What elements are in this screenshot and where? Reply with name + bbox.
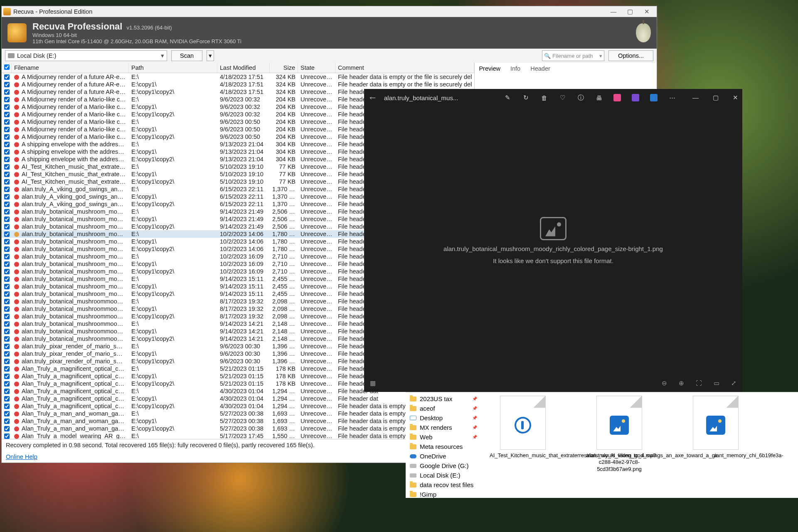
sidebar-item[interactable]: aceof📌 <box>406 404 481 413</box>
row-checkbox[interactable] <box>4 209 10 215</box>
col-comment[interactable]: Comment <box>335 63 474 73</box>
scan-button[interactable]: Scan <box>171 50 202 61</box>
table-row[interactable]: Alan_Truly_a_man_and_woman_gaze_with_won… <box>2 417 474 425</box>
app-onenote-icon[interactable] <box>632 94 639 101</box>
select-all-checkbox[interactable] <box>4 64 10 70</box>
table-row[interactable]: Alan_Truly_a_magnificent_optical_compute… <box>2 395 474 402</box>
row-checkbox[interactable] <box>4 156 10 163</box>
sidebar-item[interactable]: 2023US tax📌 <box>406 394 481 404</box>
sidebar-item[interactable]: Web📌 <box>406 432 481 442</box>
row-checkbox[interactable] <box>4 276 10 282</box>
back-button[interactable]: 🡐 <box>368 94 377 101</box>
tab-info[interactable]: Info <box>510 65 520 72</box>
more-icon[interactable]: ⋯ <box>668 94 676 101</box>
row-checkbox[interactable] <box>4 149 10 155</box>
row-checkbox[interactable] <box>4 283 10 290</box>
col-filename[interactable]: Filename <box>12 63 129 73</box>
row-checkbox[interactable] <box>4 396 10 402</box>
table-row[interactable]: Alan_Truly_a_model_wearing_AR_glasses_on… <box>2 432 474 439</box>
row-checkbox[interactable] <box>4 321 10 327</box>
scan-dropdown-button[interactable]: ▾ <box>207 50 214 61</box>
drive-select[interactable]: Local Disk (E:) ▾ <box>5 50 167 61</box>
row-checkbox[interactable] <box>4 141 10 148</box>
sidebar-item[interactable]: !Gimp <box>406 490 481 499</box>
zoom-in-icon[interactable]: ⊕ <box>679 379 684 387</box>
table-row[interactable]: Alan_Truly_a_man_and_woman_gaze_with_won… <box>2 410 474 417</box>
col-size[interactable]: Size <box>270 63 298 73</box>
row-checkbox[interactable] <box>4 239 10 245</box>
photos-minimize-button[interactable]: — <box>692 94 699 101</box>
row-checkbox[interactable] <box>4 313 10 320</box>
photos-titlebar[interactable]: 🡐 alan.truly_botanical_mus... ✎ ↻ 🗑 ♡ ⓘ … <box>364 89 742 106</box>
table-row[interactable]: Alan_Truly_a_magnificent_optical_compute… <box>2 402 474 410</box>
filename-search-input[interactable]: 🔍 Filename or path ▾ <box>542 50 604 61</box>
photos-maximize-button[interactable]: ▢ <box>713 94 719 101</box>
sidebar-item[interactable]: Google Drive (G:) <box>406 461 481 470</box>
row-checkbox[interactable] <box>4 216 10 222</box>
sidebar-item[interactable]: Local Disk (E:) <box>406 470 481 480</box>
row-checkbox[interactable] <box>4 201 10 207</box>
row-checkbox[interactable] <box>4 336 10 342</box>
row-checkbox[interactable] <box>4 366 10 372</box>
sidebar-item[interactable]: data recov test files <box>406 480 481 490</box>
row-checkbox[interactable] <box>4 81 10 88</box>
table-row[interactable]: Alan_Truly_a_man_and_woman_gaze_with_won… <box>2 425 474 432</box>
delete-icon[interactable]: 🗑 <box>540 94 548 101</box>
row-checkbox[interactable] <box>4 254 10 260</box>
table-row[interactable]: A Midjourney render of a future AR-enhan… <box>2 81 474 88</box>
row-checkbox[interactable] <box>4 411 10 417</box>
row-checkbox[interactable] <box>4 426 10 432</box>
tab-header[interactable]: Header <box>530 65 550 72</box>
row-checkbox[interactable] <box>4 291 10 297</box>
info-icon[interactable]: ⓘ <box>577 94 584 101</box>
app-clipchamp-icon[interactable] <box>613 94 621 101</box>
filmstrip-icon[interactable]: ▦ <box>370 379 376 387</box>
slideshow-icon[interactable]: ▭ <box>714 379 719 387</box>
row-checkbox[interactable] <box>4 358 10 365</box>
options-button[interactable]: Options... <box>608 50 653 61</box>
row-checkbox[interactable] <box>4 96 10 103</box>
row-checkbox[interactable] <box>4 111 10 118</box>
row-checkbox[interactable] <box>4 119 10 125</box>
row-checkbox[interactable] <box>4 246 10 252</box>
row-checkbox[interactable] <box>4 89 10 95</box>
row-checkbox[interactable] <box>4 134 10 140</box>
row-checkbox[interactable] <box>4 231 10 237</box>
recuva-titlebar[interactable]: Recuva - Professional Edition — ▢ ✕ <box>2 6 657 17</box>
row-checkbox[interactable] <box>4 298 10 305</box>
row-checkbox[interactable] <box>4 126 10 133</box>
col-modified[interactable]: Last Modified <box>217 63 270 73</box>
row-checkbox[interactable] <box>4 171 10 177</box>
zoom-out-icon[interactable]: ⊖ <box>662 379 667 387</box>
favorite-icon[interactable]: ♡ <box>559 94 566 101</box>
row-checkbox[interactable] <box>4 373 10 379</box>
row-checkbox[interactable] <box>4 403 10 409</box>
row-checkbox[interactable] <box>4 306 10 312</box>
close-button[interactable]: ✕ <box>638 7 655 17</box>
edit-icon[interactable]: ✎ <box>504 94 511 101</box>
row-checkbox[interactable] <box>4 74 10 80</box>
fullscreen-icon[interactable]: ⤢ <box>731 379 736 387</box>
row-checkbox[interactable] <box>4 104 10 110</box>
maximize-button[interactable]: ▢ <box>622 7 638 17</box>
col-path[interactable]: Path <box>129 63 217 73</box>
row-checkbox[interactable] <box>4 418 10 424</box>
row-checkbox[interactable] <box>4 268 10 275</box>
app-onedrive-icon[interactable] <box>650 94 658 101</box>
file-list-header[interactable]: Filename Path Last Modified Size State C… <box>2 63 474 73</box>
sidebar-item[interactable]: Desktop📌 <box>406 413 481 423</box>
row-checkbox[interactable] <box>4 261 10 267</box>
rotate-icon[interactable]: ↻ <box>522 94 530 101</box>
sidebar-item[interactable]: MX renders📌 <box>406 423 481 432</box>
table-row[interactable]: A Midjourney render of a future AR-enhan… <box>2 73 474 81</box>
row-checkbox[interactable] <box>4 388 10 394</box>
row-checkbox[interactable] <box>4 351 10 357</box>
row-checkbox[interactable] <box>4 381 10 387</box>
row-checkbox[interactable] <box>4 186 10 192</box>
fit-icon[interactable]: ⛶ <box>696 379 702 387</box>
photos-close-button[interactable]: ✕ <box>733 94 738 101</box>
sidebar-item[interactable]: Meta resources <box>406 442 481 451</box>
row-checkbox[interactable] <box>4 194 10 200</box>
file-thumbnail[interactable]: a <box>682 396 749 495</box>
file-thumbnail[interactable]: AI_Test_Kitchen_music_that_extraterrestr… <box>490 396 556 495</box>
